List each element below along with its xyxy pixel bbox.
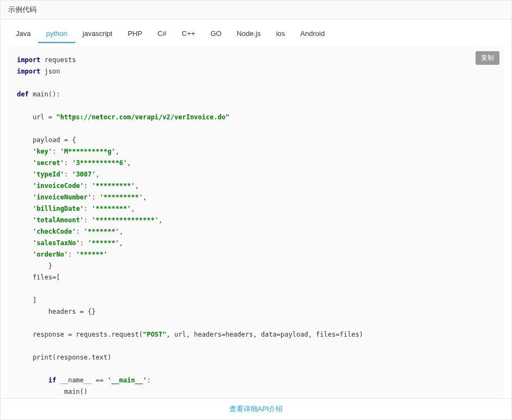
code-area: 复制 import requests import json def main(…: [8, 47, 504, 398]
code-block: import requests import json def main(): …: [17, 54, 495, 398]
api-detail-link[interactable]: 查看详细API介绍: [229, 405, 283, 413]
tab-php[interactable]: PHP: [120, 25, 150, 43]
tab-javascript[interactable]: javascript: [75, 25, 120, 43]
copy-button[interactable]: 复制: [476, 51, 499, 65]
tab-csharp[interactable]: C#: [150, 25, 174, 43]
tab-ios[interactable]: ios: [269, 25, 293, 43]
card-title: 示例代码: [1, 1, 511, 20]
tab-python[interactable]: python: [38, 25, 75, 43]
tab-cpp[interactable]: C++: [174, 25, 203, 43]
card-body: Java python javascript PHP C# C++ GO Nod…: [1, 20, 511, 398]
tab-java[interactable]: Java: [8, 25, 38, 43]
language-tabs: Java python javascript PHP C# C++ GO Nod…: [8, 25, 504, 44]
tab-go[interactable]: GO: [203, 25, 229, 43]
tab-nodejs[interactable]: Node.js: [229, 25, 269, 43]
footer: 查看详细API介绍: [1, 398, 511, 419]
example-code-card: 示例代码 Java python javascript PHP C# C++ G…: [0, 0, 512, 420]
tab-android[interactable]: Android: [292, 25, 332, 43]
